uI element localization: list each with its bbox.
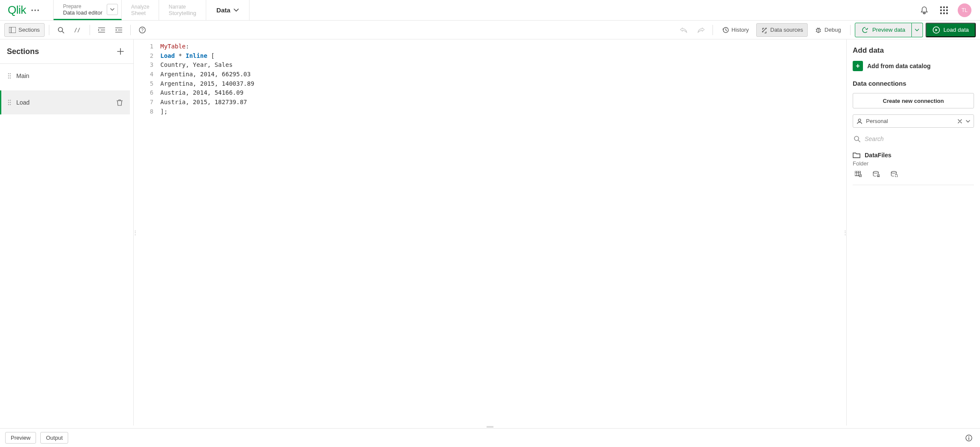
section-item-main[interactable]: Main (3, 66, 130, 85)
nav-tab-top: Prepare (63, 3, 102, 9)
preview-data-button[interactable]: Preview data (855, 23, 912, 37)
apps-grid-icon[interactable] (938, 4, 950, 16)
svg-point-36 (10, 75, 11, 77)
load-data-button[interactable]: Load data (926, 23, 976, 37)
nav-tab-bottom: Data load editor (63, 9, 102, 16)
svg-rect-9 (940, 12, 942, 14)
svg-line-47 (858, 140, 860, 142)
plus-icon: + (853, 61, 863, 71)
main-area: Sections Main Load ⋮ 12345678 MyTa (0, 39, 980, 426)
sections-toggle-button[interactable]: Sections (4, 23, 45, 37)
toolbar: Sections // ? History Data sources Debug (0, 21, 980, 39)
svg-point-43 (8, 104, 9, 105)
data-menu[interactable]: Data (206, 0, 250, 20)
outdent-icon[interactable] (111, 23, 126, 37)
svg-point-0 (31, 9, 33, 11)
svg-text://: // (74, 27, 80, 33)
redo-icon[interactable] (694, 23, 708, 37)
drag-handle-icon[interactable] (8, 99, 11, 105)
nav-tab-narrate[interactable]: Narrate Storytelling (159, 0, 206, 20)
app-header: Qlik Prepare Data load editor Analyze Sh… (0, 0, 980, 21)
section-item-load[interactable]: Load (0, 90, 130, 114)
preview-tab[interactable]: Preview (5, 432, 36, 444)
space-selector[interactable]: Personal (853, 114, 974, 128)
help-icon[interactable]: ? (135, 23, 150, 37)
svg-rect-3 (940, 6, 942, 8)
svg-rect-8 (946, 9, 948, 11)
chevron-down-icon[interactable] (966, 120, 970, 123)
insert-script-icon[interactable] (872, 169, 881, 179)
bell-icon[interactable] (918, 4, 930, 16)
search-icon[interactable] (54, 23, 68, 37)
svg-point-35 (8, 75, 9, 77)
delete-section-icon[interactable] (114, 96, 126, 108)
select-data-icon[interactable] (854, 169, 863, 179)
section-item-label: Main (16, 72, 29, 79)
sections-panel: Sections Main Load (0, 39, 134, 426)
avatar[interactable]: TL (958, 3, 971, 17)
svg-rect-7 (943, 9, 945, 11)
svg-point-44 (10, 104, 11, 105)
output-tab[interactable]: Output (40, 432, 68, 444)
undo-icon[interactable] (676, 23, 691, 37)
nav-tab-analyze[interactable]: Analyze Sheet (122, 0, 159, 20)
svg-text:?: ? (141, 28, 144, 33)
create-new-connection-button[interactable]: Create new connection (853, 93, 974, 108)
more-icon[interactable] (31, 9, 39, 11)
line-number-gutter: 12345678 (136, 39, 158, 426)
svg-rect-10 (943, 12, 945, 14)
comment-toggle-icon[interactable]: // (71, 23, 85, 37)
svg-point-45 (858, 119, 861, 121)
svg-point-39 (8, 100, 9, 101)
svg-point-1 (34, 9, 36, 11)
data-menu-label: Data (216, 6, 231, 14)
editor-wrap: 12345678 MyTable:Load * Inline [Country,… (136, 39, 844, 426)
connection-actions (853, 167, 974, 181)
svg-point-53 (873, 171, 878, 173)
preview-data-dropdown[interactable] (912, 23, 923, 37)
svg-point-27 (765, 27, 767, 29)
drag-handle-icon[interactable] (8, 73, 11, 79)
code-area[interactable]: MyTable:Load * Inline [Country, Year, Sa… (158, 39, 844, 426)
qlik-logo: Qlik (8, 3, 26, 17)
search-icon (854, 135, 860, 142)
svg-point-55 (891, 171, 896, 173)
bottom-bar: Preview Output (0, 428, 980, 447)
svg-point-34 (10, 73, 11, 75)
data-panel: Add data + Add from data catalog Data co… (846, 39, 980, 426)
add-section-icon[interactable] (114, 45, 126, 57)
svg-point-33 (8, 73, 9, 75)
data-sources-button[interactable]: Data sources (756, 23, 808, 37)
info-icon[interactable] (963, 432, 975, 444)
connection-type: Folder (853, 160, 974, 167)
svg-point-2 (37, 9, 39, 11)
add-data-title: Add data (853, 46, 974, 55)
svg-point-59 (968, 436, 969, 437)
section-item-label: Load (16, 99, 30, 106)
svg-point-38 (10, 78, 11, 79)
connection-search-input[interactable] (865, 135, 973, 142)
svg-point-42 (10, 102, 11, 103)
svg-point-37 (8, 78, 9, 79)
history-button[interactable]: History (717, 23, 753, 37)
svg-point-40 (10, 100, 11, 101)
clear-icon[interactable] (957, 119, 962, 124)
connection-datafiles[interactable]: DataFiles (853, 150, 974, 160)
user-icon (857, 118, 863, 124)
debug-button[interactable]: Debug (810, 23, 845, 37)
svg-point-26 (762, 31, 763, 32)
folder-icon (853, 152, 860, 158)
script-editor[interactable]: 12345678 MyTable:Load * Inline [Country,… (136, 39, 844, 426)
sections-title: Sections (7, 47, 39, 56)
refresh-connection-icon[interactable] (890, 169, 899, 179)
chevron-down-icon (234, 9, 239, 12)
sections-header: Sections (0, 39, 133, 63)
svg-rect-11 (946, 12, 948, 14)
add-from-catalog-button[interactable]: + Add from data catalog (853, 61, 974, 71)
svg-rect-6 (940, 9, 942, 11)
connection-search (853, 134, 974, 144)
chevron-down-icon[interactable] (107, 4, 118, 15)
nav-tab-prepare[interactable]: Prepare Data load editor (54, 0, 122, 20)
indent-icon[interactable] (94, 23, 109, 37)
data-connections-title: Data connections (853, 80, 974, 87)
